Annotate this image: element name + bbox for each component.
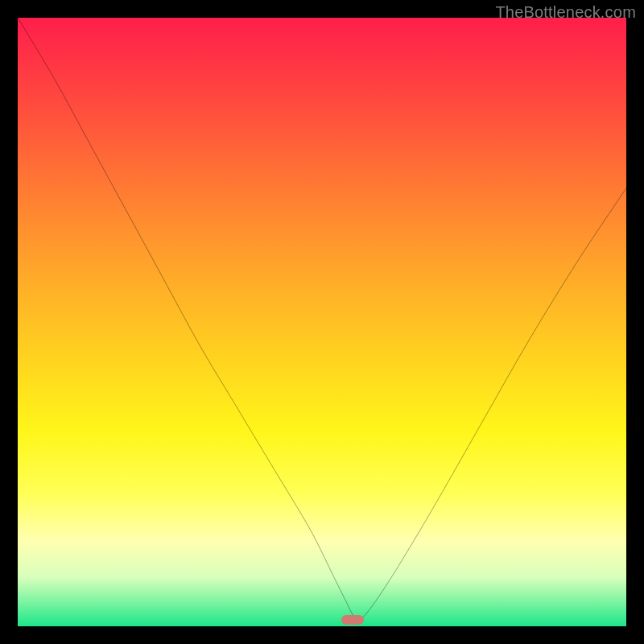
- bottleneck-curve: [18, 18, 626, 626]
- optimum-marker: [341, 615, 364, 625]
- chart-plot-area: [18, 18, 626, 626]
- chart-frame: TheBottleneck.com: [0, 0, 644, 644]
- watermark-text: TheBottleneck.com: [495, 3, 636, 22]
